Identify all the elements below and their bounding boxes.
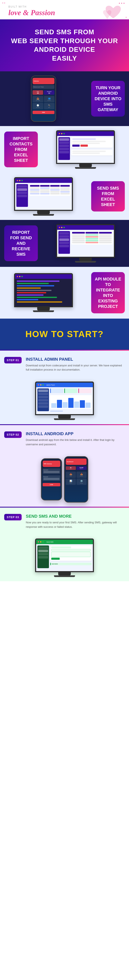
- schedule-grid-item: 🕐 Schedule: [33, 103, 43, 109]
- send-sms-sidebar: [38, 546, 49, 568]
- code-line-9: [17, 299, 38, 300]
- love-passion-text: love & Passion: [8, 8, 121, 17]
- feature-5-title: API MODULE TO INTEGRATE INTO EXISTING PR…: [94, 276, 122, 309]
- feature-3-label: SEND SMS FROM EXCEL SHEET: [87, 175, 129, 217]
- feature-send-excel: SEND SMS FROM EXCEL SHEET: [0, 173, 129, 220]
- desktop-mock-4: [14, 273, 73, 312]
- feature-5-label: API MODULE TO INTEGRATE INTO EXISTING PR…: [87, 267, 129, 318]
- decorative-heart: [104, 3, 123, 23]
- how-to-start-section: HOW TO START?: [0, 318, 129, 350]
- admin-panel-desktop: Admin Panel: [35, 382, 94, 420]
- code-line-8: [17, 297, 57, 298]
- feature-import-contacts: IMPORT CONTACTS FROM EXCEL SHEET: [0, 126, 129, 173]
- code-line-3: [17, 285, 54, 286]
- step-02-content: INSTALL ANDROID APP Download android app…: [26, 431, 125, 450]
- feature-3-image: [0, 173, 87, 220]
- code-line-5: [17, 290, 52, 291]
- hero-title: SEND SMS FROM WEB SERVER THROUGH YOUR AN…: [6, 28, 123, 63]
- code-line-7: [17, 294, 44, 296]
- hero-banner: SEND SMS FROM WEB SERVER THROUGH YOUR AN…: [0, 19, 129, 71]
- admin-panel-label: Admin Panel: [46, 384, 55, 386]
- contacts-grid-item: 👥 Contacts: [44, 96, 55, 102]
- step-03-label: STEP 03: [4, 514, 22, 520]
- feature-4-title: REPORT FOR SEND AND RECEIVE SMS: [7, 229, 35, 257]
- feature-1-image: Gateway Balance (Last 7 Days) Sent 48 Re…: [0, 72, 87, 126]
- desktop-mock-3: [56, 224, 115, 262]
- step-01-image: Admin Panel: [0, 382, 129, 424]
- step-02-image: SMS Gateway Username Password LOGIN: [0, 456, 129, 507]
- step-03-wrapper: STEP 03 SEND SMS AND MORE Now you are re…: [0, 508, 129, 581]
- stars-top-right: ✦ ✦ ✦: [118, 2, 125, 5]
- send-phone-btn: SEND: [33, 111, 54, 114]
- stars-bottom: ✦: [126, 16, 127, 18]
- header-section: Built With love & Passion ✦ ✦ ✦ ✦ ✦ ✦: [0, 0, 129, 19]
- feature-1-title: TURN YOUR ANDROID DEVICE INTO SMS GATEWA…: [94, 85, 122, 112]
- step-01-number: STEP 01: [4, 357, 22, 363]
- step-01-wrapper: STEP 01 INSTALL ADMIN PANEL Download scr…: [0, 351, 129, 425]
- step-02-title: INSTALL ANDROID APP: [26, 431, 125, 436]
- send-sms-desktop: Send SMS: [35, 539, 94, 577]
- send-sms-grid-item: 📤 Send SMS: [33, 96, 43, 102]
- sent-count: 48: [33, 92, 42, 94]
- feature-4-image: [42, 220, 129, 267]
- feature-2-image: [42, 126, 129, 173]
- feature-reports: REPORT FOR SEND AND RECEIVE SMS: [0, 220, 129, 267]
- step-02-label: STEP 02: [4, 431, 22, 438]
- feature-4-label: REPORT FOR SEND AND RECEIVE SMS: [0, 220, 42, 266]
- step-03-image: Send SMS: [0, 539, 129, 581]
- step-03: STEP 03 SEND SMS AND MORE Now you are re…: [0, 508, 129, 539]
- stars-top-left: ✦ ✦: [2, 2, 5, 4]
- step-01-desc: Download script from codecanyon and inst…: [26, 363, 125, 372]
- step-03-title: SEND SMS AND MORE: [26, 514, 125, 519]
- step-03-desc: Now you are ready to send your first SMS…: [26, 520, 125, 529]
- step-03-number: STEP 03: [4, 514, 22, 520]
- code-line-10: [17, 301, 62, 302]
- android-phone-mock: Gateway Balance (Last 7 Days) Sent 48 Re…: [31, 76, 56, 122]
- code-line-4: [17, 288, 41, 289]
- monitor-sidebar-3: [58, 231, 70, 254]
- feature-1-label: TURN YOUR ANDROID DEVICE INTO SMS GATEWA…: [87, 76, 129, 122]
- code-line-2: [17, 283, 49, 284]
- feature-2-label: IMPORT CONTACTS FROM EXCEL SHEET: [0, 126, 42, 173]
- api-grid-item: 🔌 API: [44, 103, 55, 109]
- step-02: STEP 02 INSTALL ANDROID APP Download and…: [0, 425, 129, 456]
- step-03-content: SEND SMS AND MORE Now you are ready to s…: [26, 514, 125, 532]
- code-line-6: [17, 292, 46, 293]
- send-sms-label: Send SMS: [46, 541, 53, 543]
- android-phone-1: SMS Gateway Username Password LOGIN: [41, 458, 62, 500]
- how-to-start-heading: HOW TO START?: [6, 329, 123, 339]
- desktop-mock-1: [56, 130, 115, 169]
- step-01-content: INSTALL ADMIN PANEL Download script from…: [26, 357, 125, 375]
- feature-2-title: IMPORT CONTACTS FROM EXCEL SHEET: [7, 136, 35, 163]
- feature-5-image: [0, 269, 87, 316]
- step-02-wrapper: STEP 02 INSTALL ANDROID APP Download and…: [0, 425, 129, 507]
- step-01: STEP 01 INSTALL ADMIN PANEL Download scr…: [0, 351, 129, 382]
- step-01-label: STEP 01: [4, 357, 22, 363]
- monitor-sidebar-1: [58, 137, 70, 160]
- feature-api: API MODULE TO INTEGRATE INTO EXISTING PR…: [0, 267, 129, 318]
- received-count: 12: [44, 92, 54, 94]
- code-line-1: [17, 280, 60, 282]
- feature-3-title: SEND SMS FROM EXCEL SHEET: [94, 185, 122, 207]
- android-phone-2: Dashboard 48 Sent 32,500 Balance 📤S: [64, 456, 88, 503]
- feature-android-gateway: Gateway Balance (Last 7 Days) Sent 48 Re…: [0, 72, 129, 126]
- monitor-sidebar-2: [16, 184, 28, 207]
- desktop-mock-2: [14, 177, 73, 216]
- step-02-desc: Download android app from the link below…: [26, 438, 125, 447]
- step-02-number: STEP 02: [4, 431, 22, 438]
- admin-sidebar: [38, 388, 49, 411]
- built-with-text: Built With: [8, 5, 121, 8]
- step-01-title: INSTALL ADMIN PANEL: [26, 357, 125, 362]
